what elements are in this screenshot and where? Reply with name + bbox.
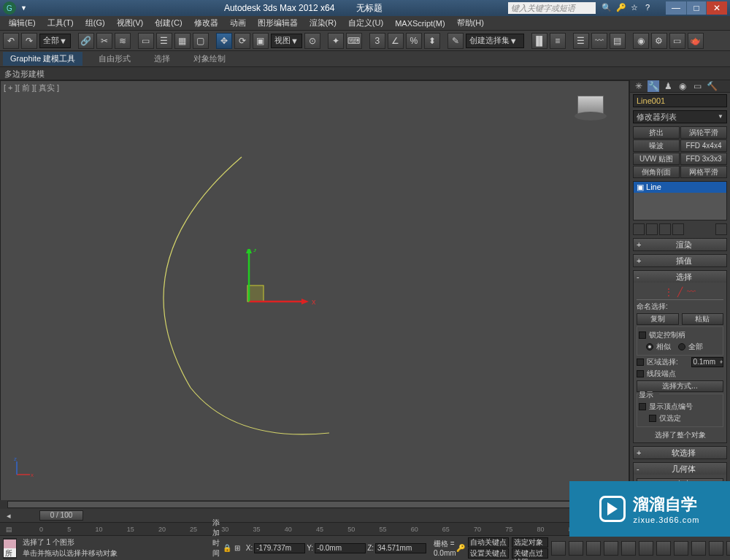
render-setup-button[interactable]: ⚙ — [651, 33, 667, 49]
menu-maxscript[interactable]: MAXScript(M) — [389, 19, 450, 28]
menu-edit[interactable]: 编辑(E) — [3, 18, 42, 28]
remove-mod-icon[interactable] — [672, 223, 684, 235]
time-slider-knob[interactable]: 0 / 100 — [39, 510, 83, 521]
search-icon[interactable]: 🔍 — [602, 3, 612, 13]
select-region-button[interactable]: ▦ — [174, 33, 191, 49]
snap-toggle-button[interactable]: 3 — [369, 33, 385, 49]
spinner-snap-button[interactable]: ⬍ — [424, 33, 440, 49]
key-target-dropdown[interactable]: 选定对象 — [512, 537, 548, 548]
window-crossing-button[interactable]: ▢ — [193, 33, 209, 49]
segment-subobj-icon[interactable]: ╱ — [677, 287, 683, 297]
vertex-subobj-icon[interactable]: ⋮ — [664, 287, 673, 297]
modifier-list-dropdown[interactable]: 修改器列表 — [633, 110, 727, 123]
subscription-icon[interactable]: 🔑 — [616, 3, 626, 13]
menu-group[interactable]: 组(G) — [80, 18, 111, 28]
move-gizmo[interactable]: x y — [234, 249, 322, 337]
close-button[interactable]: ✕ — [707, 1, 727, 15]
maximize-button[interactable]: □ — [686, 1, 707, 15]
ref-coord-dropdown[interactable]: 视图 ▼ — [271, 34, 302, 48]
tab-freeform[interactable]: 自由形式 — [91, 52, 138, 66]
x-input[interactable]: -179.737m — [254, 543, 305, 553]
zoom-all-button[interactable] — [674, 541, 688, 556]
mod-meshsmooth[interactable]: 网格平滑 — [680, 166, 727, 178]
unique-icon[interactable] — [659, 223, 671, 235]
time-slider[interactable]: ◂ 0 / 100 — [0, 509, 629, 522]
percent-snap-button[interactable]: % — [406, 33, 422, 49]
selection-filter-dropdown[interactable]: 全部 ▼ — [39, 34, 71, 48]
curve-editor-button[interactable]: 〰 — [591, 33, 607, 49]
key-icon[interactable]: 🔑 — [456, 544, 465, 552]
redo-button[interactable]: ↷ — [21, 33, 37, 49]
tab-graphite[interactable]: Graphite 建模工具 — [3, 52, 82, 66]
hierarchy-tab-icon[interactable]: ♟ — [662, 80, 674, 92]
tab-paint[interactable]: 对象绘制 — [186, 52, 233, 66]
menu-help[interactable]: 帮助(H) — [451, 18, 490, 28]
undo-button[interactable]: ↶ — [3, 33, 19, 49]
layers-button[interactable]: ☰ — [573, 33, 589, 49]
autokey-button[interactable]: 自动关键点 — [468, 537, 509, 548]
mod-bevel[interactable]: 倒角剖面 — [633, 166, 680, 178]
paste-sel-button[interactable]: 粘贴 — [682, 313, 724, 325]
modify-tab-icon[interactable]: 🔧 — [648, 80, 659, 92]
viewport-label[interactable]: [ + ][ 前 ][ 真实 ] — [4, 83, 59, 93]
viewport-front[interactable]: [ + ][ 前 ][ 真实 ] x y z x — [0, 80, 629, 509]
lock-sel-icon[interactable]: 🔒 — [223, 544, 233, 552]
mod-uvw[interactable]: UVW 贴图 — [633, 153, 680, 165]
z-input[interactable]: 34.571mm — [375, 543, 426, 553]
key-filter-button[interactable]: 关键点过滤器... — [512, 548, 548, 559]
mod-ffd4[interactable]: FFD 4x4x4 — [680, 139, 727, 152]
rollout-selection-header[interactable]: -选择 — [634, 271, 726, 283]
schematic-view-button[interactable]: ▤ — [610, 33, 626, 49]
play-button[interactable] — [586, 541, 601, 556]
seg-end-checkbox[interactable] — [637, 370, 644, 377]
viewport-hscroll[interactable] — [0, 500, 629, 509]
fov-button[interactable] — [709, 541, 723, 556]
select-scale-button[interactable]: ▣ — [253, 33, 269, 49]
modifier-stack[interactable]: ▣ Line — [633, 181, 727, 220]
select-move-button[interactable]: ✥ — [216, 33, 232, 49]
script-listener[interactable]: 所在行: — [3, 538, 17, 559]
goto-start-button[interactable] — [551, 541, 566, 556]
menu-render[interactable]: 渲染(R) — [304, 18, 342, 28]
next-frame-button[interactable] — [604, 541, 618, 556]
menu-grapheditors[interactable]: 图形编辑器 — [252, 18, 304, 28]
tab-selection[interactable]: 选择 — [147, 52, 177, 66]
goto-end-button[interactable] — [621, 541, 636, 556]
mod-ffd3[interactable]: FFD 3x3x3 — [680, 153, 727, 165]
abs-rel-icon[interactable]: ⊞ — [234, 544, 245, 552]
rollout-soft-header[interactable]: +软选择 — [634, 447, 726, 459]
create-tab-icon[interactable]: ✳ — [633, 80, 645, 92]
track-bar[interactable]: ▤ 0 5 10 15 20 25 30 35 40 45 50 55 60 6… — [0, 522, 629, 535]
motion-tab-icon[interactable]: ◉ — [677, 80, 688, 92]
copy-sel-button[interactable]: 复制 — [637, 313, 679, 325]
zoom-extents-button[interactable] — [691, 541, 706, 556]
show-end-icon[interactable] — [646, 223, 658, 235]
trackbar-toggle-icon[interactable]: ▤ — [0, 526, 18, 533]
app-menu-arrow-icon[interactable]: ▼ — [20, 4, 27, 12]
add-time-tag[interactable]: 添加时间标记 — [212, 518, 220, 561]
ribbon-sub[interactable]: 多边形建模 — [0, 67, 730, 80]
mirror-button[interactable]: ▐▌ — [531, 33, 548, 49]
rollout-interp-header[interactable]: +插值 — [634, 255, 726, 266]
manipulate-button[interactable]: ✦ — [328, 33, 344, 49]
mod-noise[interactable]: 噪波 — [633, 139, 680, 152]
select-object-button[interactable]: ▭ — [138, 33, 154, 49]
menu-animation[interactable]: 动画 — [224, 18, 252, 28]
object-name-field[interactable]: Line001 — [633, 94, 727, 107]
mod-extrude[interactable]: 挤出 — [633, 126, 680, 139]
select-rotate-button[interactable]: ⟳ — [234, 33, 250, 49]
spline-subobj-icon[interactable]: 〰 — [687, 287, 696, 297]
render-button[interactable]: 🫖 — [688, 33, 704, 49]
rollout-geom-header[interactable]: -几何体 — [634, 463, 726, 475]
menu-customize[interactable]: 自定义(U) — [342, 18, 389, 28]
rollout-render-header[interactable]: +渲染 — [634, 239, 726, 250]
only-sel-checkbox[interactable] — [649, 415, 656, 422]
all-radio[interactable] — [678, 343, 685, 350]
area-sel-spinner[interactable]: 0.1mm — [691, 357, 723, 367]
area-sel-checkbox[interactable] — [637, 358, 644, 366]
mod-turbosmooth[interactable]: 涡轮平滑 — [680, 126, 727, 139]
select-name-button[interactable]: ☰ — [156, 33, 172, 49]
stack-item-line[interactable]: ▣ Line — [634, 182, 726, 193]
keyboard-shortcut-button[interactable]: ⌨ — [346, 33, 362, 49]
pan-button[interactable] — [726, 541, 730, 556]
